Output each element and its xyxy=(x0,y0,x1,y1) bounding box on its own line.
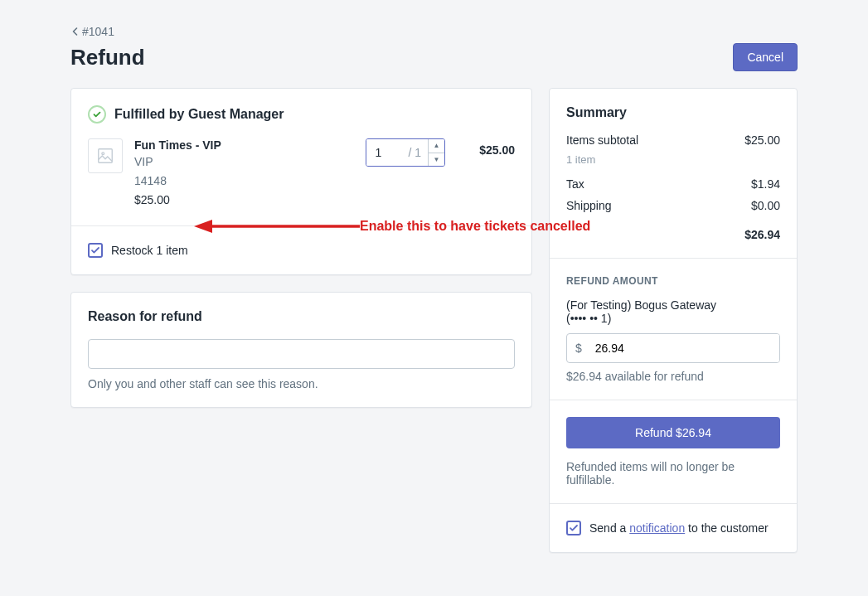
reason-helper: Only you and other staff can see this re… xyxy=(88,377,515,390)
quantity-stepper[interactable]: / 1 ▲ ▼ xyxy=(366,138,445,167)
line-item-title: Fun Times - VIP xyxy=(134,138,354,152)
summary-tax-label: Tax xyxy=(566,177,584,191)
refund-available: $26.94 available for refund xyxy=(566,370,780,383)
restock-label: Restock 1 item xyxy=(111,244,188,257)
summary-shipping-label: Shipping xyxy=(566,199,612,212)
svg-rect-0 xyxy=(99,149,113,163)
product-thumbnail xyxy=(88,138,123,173)
breadcrumb-label: #1041 xyxy=(82,25,114,38)
summary-tax-value: $1.94 xyxy=(751,177,780,191)
cancel-button[interactable]: Cancel xyxy=(733,43,798,71)
image-placeholder-icon xyxy=(96,147,114,165)
fulfillment-header-text: Fulfilled by Guest Manager xyxy=(114,107,284,122)
refund-amount-field[interactable]: $ xyxy=(566,333,780,363)
reason-input[interactable] xyxy=(88,339,515,369)
summary-shipping-value: $0.00 xyxy=(751,199,780,212)
notify-checkbox[interactable] xyxy=(566,521,581,535)
quantity-max: / 1 xyxy=(408,139,428,166)
restock-checkbox[interactable] xyxy=(88,243,103,258)
notification-link[interactable]: notification xyxy=(629,521,685,535)
refund-card-mask: (•••• •• 1) xyxy=(566,312,780,325)
line-item-variant: VIP xyxy=(134,153,354,171)
quantity-down-button[interactable]: ▼ xyxy=(429,153,444,167)
refund-amount-label: REFUND AMOUNT xyxy=(566,275,780,287)
notify-label: Send a notification to the customer xyxy=(589,521,769,535)
line-item-sku: 14148 xyxy=(134,172,354,190)
quantity-input[interactable] xyxy=(366,139,408,166)
chevron-left-icon xyxy=(70,27,80,36)
fulfillment-header: Fulfilled by Guest Manager xyxy=(88,105,515,124)
check-icon xyxy=(90,245,100,255)
check-icon xyxy=(569,523,579,533)
summary-title: Summary xyxy=(566,105,780,120)
line-item-total: $25.00 xyxy=(457,138,515,157)
refund-gateway: (For Testing) Bogus Gateway xyxy=(566,298,780,312)
currency-symbol: $ xyxy=(567,334,590,362)
fulfilled-check-icon xyxy=(88,105,106,124)
quantity-up-button[interactable]: ▲ xyxy=(429,139,444,153)
refund-note: Refunded items will no longer be fulfill… xyxy=(566,460,780,487)
page-title: Refund xyxy=(70,45,145,70)
summary-subtotal-value: $25.00 xyxy=(744,133,780,147)
refund-amount-input[interactable] xyxy=(590,334,779,362)
summary-item-count: 1 item xyxy=(566,153,780,166)
refund-button[interactable]: Refund $26.94 xyxy=(566,417,780,448)
line-item-price: $25.00 xyxy=(134,191,354,209)
breadcrumb-back[interactable]: #1041 xyxy=(70,25,114,38)
reason-title: Reason for refund xyxy=(88,309,515,324)
summary-total-value: $26.94 xyxy=(744,228,780,241)
svg-point-1 xyxy=(102,153,104,155)
summary-subtotal-label: Items subtotal xyxy=(566,133,638,147)
